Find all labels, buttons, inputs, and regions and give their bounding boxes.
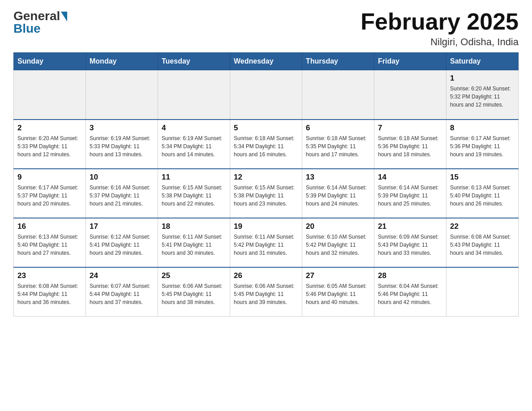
title-block: February 2025 Nilgiri, Odisha, India: [360, 9, 519, 48]
day-number: 11: [162, 173, 226, 182]
calendar-cell: [374, 70, 446, 120]
calendar-cell: 8Sunrise: 6:17 AM Sunset: 5:36 PM Daylig…: [446, 120, 519, 169]
calendar-cell: [230, 70, 302, 120]
calendar-cell: 14Sunrise: 6:14 AM Sunset: 5:39 PM Dayli…: [374, 169, 446, 218]
day-number: 28: [378, 271, 442, 280]
day-number: 12: [234, 173, 298, 182]
calendar-cell: 5Sunrise: 6:18 AM Sunset: 5:34 PM Daylig…: [230, 120, 302, 169]
day-info: Sunrise: 6:15 AM Sunset: 5:38 PM Dayligh…: [234, 184, 298, 208]
calendar-cell: 26Sunrise: 6:06 AM Sunset: 5:45 PM Dayli…: [230, 267, 302, 317]
calendar-cell: 11Sunrise: 6:15 AM Sunset: 5:38 PM Dayli…: [158, 169, 230, 218]
day-number: 20: [306, 222, 370, 231]
calendar-cell: 12Sunrise: 6:15 AM Sunset: 5:38 PM Dayli…: [230, 169, 302, 218]
logo-blue-text: Blue: [13, 21, 41, 36]
month-title: February 2025: [360, 9, 519, 34]
day-number: 22: [450, 222, 515, 231]
day-number: 9: [17, 173, 82, 182]
day-number: 16: [17, 222, 82, 231]
day-info: Sunrise: 6:12 AM Sunset: 5:41 PM Dayligh…: [90, 233, 154, 257]
calendar-cell: 24Sunrise: 6:07 AM Sunset: 5:44 PM Dayli…: [86, 267, 158, 317]
calendar-cell: 9Sunrise: 6:17 AM Sunset: 5:37 PM Daylig…: [14, 169, 86, 218]
day-number: 8: [450, 124, 515, 133]
day-number: 5: [234, 124, 298, 133]
calendar-cell: 4Sunrise: 6:19 AM Sunset: 5:34 PM Daylig…: [158, 120, 230, 169]
day-info: Sunrise: 6:08 AM Sunset: 5:44 PM Dayligh…: [17, 282, 82, 306]
day-info: Sunrise: 6:20 AM Sunset: 5:33 PM Dayligh…: [17, 134, 82, 158]
weekday-header-saturday: Saturday: [446, 53, 519, 70]
calendar-cell: [446, 267, 519, 317]
day-info: Sunrise: 6:19 AM Sunset: 5:34 PM Dayligh…: [162, 134, 226, 158]
day-number: 25: [162, 271, 226, 280]
logo: General Blue: [13, 9, 67, 36]
calendar-week-row: 1Sunrise: 6:20 AM Sunset: 5:32 PM Daylig…: [14, 70, 519, 120]
day-number: 18: [162, 222, 226, 231]
day-number: 6: [306, 124, 370, 133]
page-header: General Blue February 2025 Nilgiri, Odis…: [13, 9, 519, 48]
calendar-cell: 1Sunrise: 6:20 AM Sunset: 5:32 PM Daylig…: [446, 70, 519, 120]
day-info: Sunrise: 6:14 AM Sunset: 5:39 PM Dayligh…: [378, 184, 442, 208]
calendar-cell: 25Sunrise: 6:06 AM Sunset: 5:45 PM Dayli…: [158, 267, 230, 317]
calendar-cell: 21Sunrise: 6:09 AM Sunset: 5:43 PM Dayli…: [374, 218, 446, 267]
calendar-table: SundayMondayTuesdayWednesdayThursdayFrid…: [13, 52, 519, 317]
day-info: Sunrise: 6:18 AM Sunset: 5:35 PM Dayligh…: [306, 134, 370, 158]
weekday-header-friday: Friday: [374, 53, 446, 70]
calendar-cell: 16Sunrise: 6:13 AM Sunset: 5:40 PM Dayli…: [14, 218, 86, 267]
day-info: Sunrise: 6:17 AM Sunset: 5:37 PM Dayligh…: [17, 184, 82, 208]
day-info: Sunrise: 6:13 AM Sunset: 5:40 PM Dayligh…: [17, 233, 82, 257]
day-number: 13: [306, 173, 370, 182]
day-info: Sunrise: 6:18 AM Sunset: 5:34 PM Dayligh…: [234, 134, 298, 158]
day-info: Sunrise: 6:07 AM Sunset: 5:44 PM Dayligh…: [90, 282, 154, 306]
calendar-cell: 2Sunrise: 6:20 AM Sunset: 5:33 PM Daylig…: [14, 120, 86, 169]
calendar-cell: 7Sunrise: 6:18 AM Sunset: 5:36 PM Daylig…: [374, 120, 446, 169]
day-number: 10: [90, 173, 154, 182]
weekday-header-monday: Monday: [86, 53, 158, 70]
weekday-header-wednesday: Wednesday: [230, 53, 302, 70]
calendar-cell: 17Sunrise: 6:12 AM Sunset: 5:41 PM Dayli…: [86, 218, 158, 267]
day-number: 15: [450, 173, 515, 182]
calendar-cell: 13Sunrise: 6:14 AM Sunset: 5:39 PM Dayli…: [302, 169, 374, 218]
day-number: 21: [378, 222, 442, 231]
day-info: Sunrise: 6:19 AM Sunset: 5:33 PM Dayligh…: [90, 134, 154, 158]
calendar-cell: 27Sunrise: 6:05 AM Sunset: 5:46 PM Dayli…: [302, 267, 374, 317]
calendar-cell: 3Sunrise: 6:19 AM Sunset: 5:33 PM Daylig…: [86, 120, 158, 169]
day-info: Sunrise: 6:20 AM Sunset: 5:32 PM Dayligh…: [450, 85, 515, 109]
day-number: 4: [162, 124, 226, 133]
weekday-header-thursday: Thursday: [302, 53, 374, 70]
day-number: 3: [90, 124, 154, 133]
calendar-cell: 20Sunrise: 6:10 AM Sunset: 5:42 PM Dayli…: [302, 218, 374, 267]
day-info: Sunrise: 6:11 AM Sunset: 5:41 PM Dayligh…: [162, 233, 226, 257]
calendar-cell: [158, 70, 230, 120]
day-number: 1: [450, 74, 515, 83]
calendar-cell: 6Sunrise: 6:18 AM Sunset: 5:35 PM Daylig…: [302, 120, 374, 169]
calendar-cell: 18Sunrise: 6:11 AM Sunset: 5:41 PM Dayli…: [158, 218, 230, 267]
day-number: 7: [378, 124, 442, 133]
calendar-cell: 23Sunrise: 6:08 AM Sunset: 5:44 PM Dayli…: [14, 267, 86, 317]
day-number: 27: [306, 271, 370, 280]
day-info: Sunrise: 6:05 AM Sunset: 5:46 PM Dayligh…: [306, 282, 370, 306]
day-info: Sunrise: 6:06 AM Sunset: 5:45 PM Dayligh…: [162, 282, 226, 306]
day-info: Sunrise: 6:06 AM Sunset: 5:45 PM Dayligh…: [234, 282, 298, 306]
calendar-cell: 22Sunrise: 6:08 AM Sunset: 5:43 PM Dayli…: [446, 218, 519, 267]
calendar-cell: 28Sunrise: 6:04 AM Sunset: 5:46 PM Dayli…: [374, 267, 446, 317]
day-number: 2: [17, 124, 82, 133]
day-info: Sunrise: 6:04 AM Sunset: 5:46 PM Dayligh…: [378, 282, 442, 306]
day-info: Sunrise: 6:09 AM Sunset: 5:43 PM Dayligh…: [378, 233, 442, 257]
day-info: Sunrise: 6:18 AM Sunset: 5:36 PM Dayligh…: [378, 134, 442, 158]
day-number: 26: [234, 271, 298, 280]
calendar-cell: 19Sunrise: 6:11 AM Sunset: 5:42 PM Dayli…: [230, 218, 302, 267]
logo-arrow-icon: [61, 12, 67, 21]
day-number: 19: [234, 222, 298, 231]
day-info: Sunrise: 6:17 AM Sunset: 5:36 PM Dayligh…: [450, 134, 515, 158]
calendar-cell: [86, 70, 158, 120]
day-info: Sunrise: 6:14 AM Sunset: 5:39 PM Dayligh…: [306, 184, 370, 208]
calendar-week-row: 23Sunrise: 6:08 AM Sunset: 5:44 PM Dayli…: [14, 267, 519, 317]
day-number: 24: [90, 271, 154, 280]
day-info: Sunrise: 6:08 AM Sunset: 5:43 PM Dayligh…: [450, 233, 515, 257]
calendar-week-row: 2Sunrise: 6:20 AM Sunset: 5:33 PM Daylig…: [14, 120, 519, 169]
day-info: Sunrise: 6:10 AM Sunset: 5:42 PM Dayligh…: [306, 233, 370, 257]
weekday-header-row: SundayMondayTuesdayWednesdayThursdayFrid…: [14, 53, 519, 70]
day-number: 23: [17, 271, 82, 280]
day-info: Sunrise: 6:13 AM Sunset: 5:40 PM Dayligh…: [450, 184, 515, 208]
weekday-header-sunday: Sunday: [14, 53, 86, 70]
calendar-cell: 15Sunrise: 6:13 AM Sunset: 5:40 PM Dayli…: [446, 169, 519, 218]
